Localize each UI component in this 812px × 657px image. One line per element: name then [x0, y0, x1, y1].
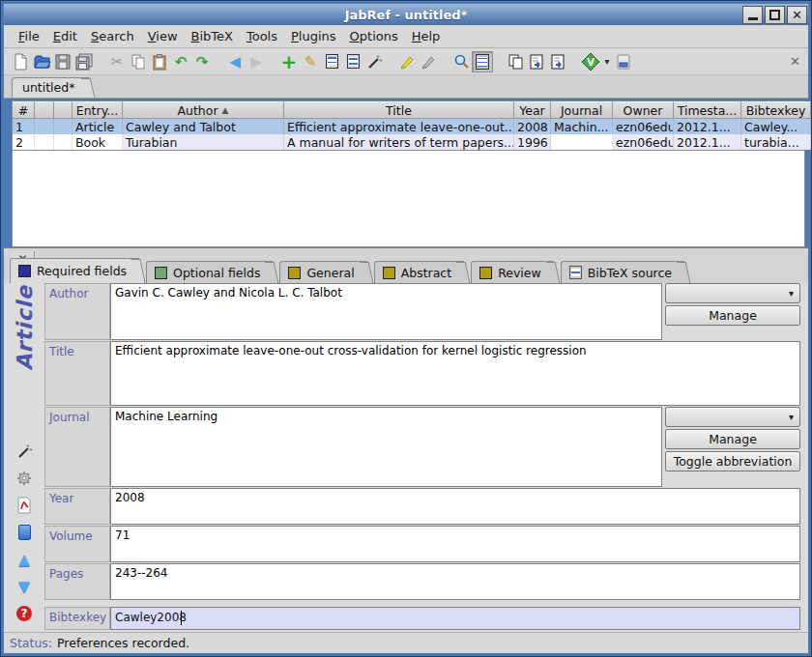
column-header-icon1[interactable]	[35, 101, 54, 119]
journal-input[interactable]: Machine Learning	[110, 407, 662, 487]
toolbar-close-icon[interactable]: ✕	[790, 54, 800, 69]
maximize-icon	[769, 10, 780, 20]
table-empty-area	[12, 151, 805, 247]
menu-search[interactable]: Search	[84, 27, 141, 45]
search-icon[interactable]	[450, 51, 472, 72]
push-dropdown-icon[interactable]: ▾	[601, 51, 613, 72]
cell-author: Turabian	[123, 134, 284, 150]
toggle-abbreviation-button[interactable]: Toggle abbreviation	[665, 451, 800, 471]
cell-title: Efficient approximate leave-one-out...	[284, 119, 514, 134]
author-names-dropdown[interactable]: ▾	[665, 283, 800, 303]
menu-plugins[interactable]: Plugins	[284, 27, 343, 45]
write-xmp-pdf-icon[interactable]	[14, 497, 34, 514]
close-icon: ✕	[792, 8, 802, 22]
volume-input[interactable]: 71	[110, 526, 800, 562]
menu-view[interactable]: View	[141, 27, 185, 45]
menu-tools[interactable]: Tools	[240, 27, 284, 45]
column-header-icon2[interactable]	[54, 101, 72, 119]
column-header-author[interactable]: Author▲	[123, 101, 284, 119]
database-tab-untitled[interactable]: untitled*	[12, 77, 89, 98]
bibtexkey-input[interactable]: Cawley2008	[110, 607, 800, 630]
title-input[interactable]: Efficient approximate leave-one-out cros…	[110, 341, 800, 406]
year-input[interactable]: 2008	[110, 488, 800, 525]
journal-field-label: Journal	[44, 407, 110, 487]
external-application-icon[interactable]	[613, 51, 634, 72]
toggle-sidepane-icon[interactable]	[472, 51, 493, 72]
menu-options[interactable]: Options	[343, 27, 405, 45]
minimize-button[interactable]	[742, 6, 763, 24]
column-header-entrytype[interactable]: Entry...	[72, 101, 123, 119]
menu-edit[interactable]: Edit	[46, 27, 84, 45]
back-icon[interactable]: ◀	[224, 51, 246, 72]
tab-required-fields[interactable]: Required fields	[10, 258, 139, 283]
menu-help[interactable]: Help	[405, 27, 448, 45]
next-entry-icon[interactable]: ▼	[14, 578, 34, 595]
edit-entry-icon[interactable]: ✎	[300, 51, 321, 72]
cleanup-wand-icon[interactable]	[363, 51, 385, 72]
author-input[interactable]: Gavin C. Cawley and Nicola L. C. Talbot	[110, 283, 662, 340]
mark-entries-icon[interactable]	[396, 51, 418, 72]
help-icon[interactable]: ?	[14, 605, 34, 622]
duplicate-icon[interactable]	[505, 51, 526, 72]
menu-bibtex[interactable]: BibTeX	[185, 27, 240, 45]
column-header-bibtexkey[interactable]: Bibtexkey	[741, 101, 811, 119]
new-entry-icon[interactable]: +	[278, 51, 300, 72]
autoset-links-gear-icon[interactable]	[14, 470, 34, 487]
push-application-1-icon[interactable]	[526, 51, 547, 72]
tab-abstract[interactable]: Abstract	[374, 261, 464, 283]
open-external-file-icon[interactable]	[14, 524, 34, 541]
cell-timestamp: 2012.1...	[674, 134, 741, 150]
pages-field-label: Pages	[44, 563, 110, 600]
titlebar: JabRef - untitled* ✕	[4, 4, 808, 25]
required-fields-form: Author Gavin C. Cawley and Nicola L. C. …	[44, 283, 808, 632]
entry-type-label: Article	[13, 285, 37, 370]
unmark-entries-icon[interactable]	[418, 51, 439, 72]
table-row[interactable]: 2 Book Turabian A manual for writers of …	[13, 134, 804, 150]
pages-input[interactable]: 243--264	[110, 563, 800, 600]
new-database-icon[interactable]	[10, 51, 31, 72]
push-vim-icon[interactable]: V	[580, 51, 601, 72]
cell-num: 2	[13, 134, 35, 150]
status-message: Preferences recorded.	[57, 636, 189, 650]
previous-entry-icon[interactable]: ▲	[14, 551, 34, 568]
menubar: File Edit Search View BibTeX Tools Plugi…	[4, 25, 808, 48]
author-manage-button[interactable]: Manage	[665, 305, 800, 326]
edit-strings-icon[interactable]	[321, 51, 342, 72]
menu-file[interactable]: File	[12, 27, 46, 45]
column-header-year[interactable]: Year	[514, 101, 551, 119]
chevron-down-icon: ▾	[789, 412, 794, 422]
cell-bibtexkey: Cawley...	[741, 119, 811, 134]
table-row[interactable]: 1 Article Cawley and Talbot Efficient ap…	[13, 119, 804, 134]
journal-names-dropdown[interactable]: ▾	[665, 407, 800, 427]
open-database-icon[interactable]	[31, 51, 52, 72]
toolbar: ✂ ↶ ↷ ◀ ▶ + ✎	[4, 48, 808, 75]
cell-journal: Machin...	[551, 119, 613, 134]
forward-icon[interactable]: ▶	[246, 51, 267, 72]
column-header-journal[interactable]: Journal	[551, 101, 613, 119]
tab-review[interactable]: Review	[471, 261, 554, 283]
tab-bibtex-source[interactable]: BibTeX source	[561, 261, 684, 283]
tab-general[interactable]: General	[279, 261, 366, 283]
close-button[interactable]: ✕	[787, 6, 807, 24]
undo-icon[interactable]: ↶	[170, 51, 191, 72]
column-header-title[interactable]: Title	[284, 101, 514, 119]
generate-bibtexkey-icon[interactable]	[14, 443, 34, 460]
bibtexkey-field-label: Bibtexkey	[44, 607, 110, 630]
cut-icon[interactable]: ✂	[106, 51, 128, 72]
tab-optional-fields[interactable]: Optional fields	[146, 261, 273, 283]
cell-owner: ezn06edu	[613, 134, 674, 150]
save-all-icon[interactable]	[73, 51, 95, 72]
push-application-2-icon[interactable]	[547, 51, 568, 72]
column-header-owner[interactable]: Owner	[613, 101, 674, 119]
paste-icon[interactable]	[149, 51, 170, 72]
author-field-label: Author	[44, 283, 110, 340]
maximize-button[interactable]	[765, 6, 785, 24]
copy-icon[interactable]	[128, 51, 149, 72]
redo-icon[interactable]: ↷	[191, 51, 213, 72]
column-header-timestamp[interactable]: Timesta...	[674, 101, 741, 119]
save-database-icon[interactable]	[52, 51, 73, 72]
column-header-num[interactable]: #	[13, 101, 35, 119]
year-field-label: Year	[44, 488, 110, 525]
journal-manage-button[interactable]: Manage	[665, 429, 800, 449]
edit-preamble-icon[interactable]	[342, 51, 363, 72]
